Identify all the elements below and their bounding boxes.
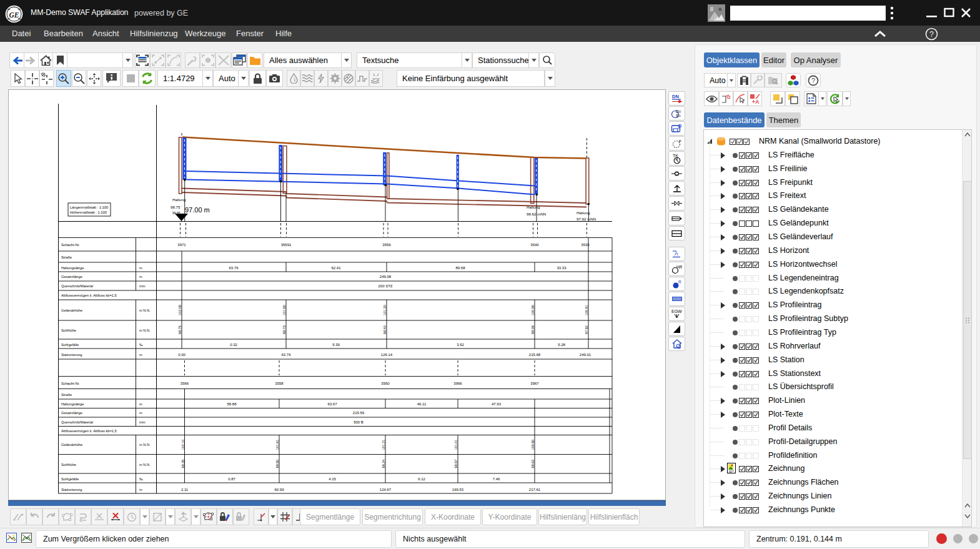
svg-text:63.76: 63.76 — [281, 353, 291, 357]
svg-text:mm: mm — [139, 420, 146, 424]
svg-text:46.11: 46.11 — [417, 402, 427, 406]
svg-text:500 B: 500 B — [354, 420, 364, 424]
svg-text:62.41: 62.41 — [331, 266, 341, 270]
svg-text:Sohlhöhe: Sohlhöhe — [61, 463, 76, 467]
svg-text:3966: 3966 — [453, 382, 462, 385]
svg-text:DN: DN — [672, 94, 679, 99]
svg-text:217.61: 217.61 — [529, 488, 541, 492]
svg-text:101.21: 101.21 — [382, 440, 385, 450]
svg-text:Stationierung: Stationierung — [61, 488, 82, 492]
svg-text:5.28: 5.28 — [558, 343, 565, 347]
svg-text:Längenmaßstab : 1:100: Längenmaßstab : 1:100 — [70, 205, 108, 209]
svg-text:101.61: 101.61 — [275, 440, 279, 450]
svg-text:m: m — [139, 353, 142, 357]
svg-text:Schacht-Nr.: Schacht-Nr. — [61, 382, 80, 385]
svg-text:7.46: 7.46 — [493, 477, 500, 481]
svg-text:97.92 mNN: 97.92 mNN — [577, 217, 596, 221]
svg-text:3559: 3559 — [382, 243, 391, 247]
svg-text:Höhenmaßstab : 1:100: Höhenmaßstab : 1:100 — [70, 210, 107, 214]
svg-text:3566: 3566 — [181, 382, 189, 385]
svg-text:Sohlhöhe: Sohlhöhe — [61, 329, 76, 332]
svg-text:m: m — [139, 402, 142, 406]
svg-text:3.52: 3.52 — [457, 343, 464, 347]
svg-text:101.20: 101.20 — [383, 305, 387, 315]
svg-text:3558: 3558 — [275, 382, 284, 385]
svg-text:0.32: 0.32 — [230, 343, 237, 347]
svg-text:98.09: 98.09 — [531, 325, 535, 334]
svg-text:Geländehöhe: Geländehöhe — [61, 443, 82, 447]
svg-text:GE: GE — [9, 11, 19, 19]
svg-text:98.62 mNN: 98.62 mNN — [527, 212, 546, 216]
svg-text:47.93: 47.93 — [492, 402, 502, 406]
svg-text:Gesamtlänge: Gesamtlänge — [61, 411, 82, 415]
svg-text:Haltungslänge: Haltungslänge — [61, 402, 84, 406]
svg-text:63.67: 63.67 — [327, 402, 337, 406]
svg-text:35591: 35591 — [281, 243, 292, 247]
svg-text:101.60: 101.60 — [282, 305, 286, 315]
svg-text:99.24: 99.24 — [382, 460, 385, 468]
svg-text:100.90: 100.90 — [531, 440, 535, 450]
svg-text:97.00 m: 97.00 m — [185, 206, 210, 214]
svg-text:z: z — [185, 512, 187, 516]
svg-text:3967: 3967 — [530, 382, 539, 385]
svg-text:3971: 3971 — [177, 243, 186, 247]
svg-text:215.59: 215.59 — [353, 411, 365, 415]
svg-text:Stationierung: Stationierung — [61, 353, 82, 357]
svg-text:98.75 ˈ: 98.75 ˈ — [171, 205, 182, 209]
svg-text:99.50: 99.50 — [275, 460, 279, 468]
svg-text:m N.N.: m N.N. — [139, 309, 151, 312]
svg-text:63.76: 63.76 — [229, 266, 239, 270]
svg-text:Haltungslänge: Haltungslänge — [61, 266, 84, 270]
svg-text:101.01: 101.01 — [454, 440, 458, 450]
svg-text:Sohlgefälle: Sohlgefälle — [61, 477, 79, 481]
svg-text:102.10: 102.10 — [181, 440, 185, 450]
svg-text:S=: S= — [676, 114, 681, 118]
svg-text:98.62: 98.62 — [531, 460, 535, 468]
svg-text:99.35: 99.35 — [181, 460, 185, 468]
svg-text:249.01: 249.01 — [580, 353, 591, 357]
svg-text:Geländehöhe: Geländehöhe — [61, 309, 82, 312]
svg-text:89.58: 89.58 — [455, 266, 465, 270]
svg-text:33.33: 33.33 — [557, 266, 567, 270]
svg-text:Straße: Straße — [61, 393, 72, 397]
svg-text:8: 8 — [710, 6, 713, 12]
svg-text:4.15: 4.15 — [329, 477, 336, 481]
svg-text:m: m — [139, 411, 142, 415]
svg-text:?: ? — [929, 30, 934, 39]
svg-text:98.75: 98.75 — [178, 325, 182, 334]
svg-text:Haltung: Haltung — [172, 197, 186, 202]
svg-text:F: F — [679, 139, 681, 144]
svg-text:2.11: 2.11 — [181, 488, 189, 492]
svg-text:100.81: 100.81 — [585, 305, 588, 315]
svg-text:60.99: 60.99 — [274, 488, 284, 492]
svg-text:Gesamtlänge: Gesamtlänge — [61, 275, 82, 279]
svg-text:EGW: EGW — [671, 309, 682, 314]
svg-text:0.87: 0.87 — [228, 477, 235, 481]
svg-text:m N.N.: m N.N. — [139, 329, 151, 332]
svg-text:Schacht-Nr.: Schacht-Nr. — [61, 243, 80, 247]
svg-text:200 STZ: 200 STZ — [378, 284, 392, 288]
svg-text:?: ? — [811, 77, 815, 84]
svg-text:100.90: 100.90 — [531, 305, 535, 315]
svg-text:Sohlgefälle: Sohlgefälle — [61, 343, 79, 347]
svg-text:m N.N.: m N.N. — [139, 443, 151, 447]
svg-text:m: m — [139, 266, 142, 270]
svg-text:Straße: Straße — [61, 255, 72, 259]
svg-text:215.68: 215.68 — [529, 353, 541, 357]
svg-text:Querschnitt/Material: Querschnitt/Material — [61, 284, 93, 288]
svg-text:0.00: 0.00 — [178, 353, 186, 357]
svg-text:Haltung: Haltung — [527, 205, 540, 209]
svg-text:Abflussvermögen it. Abfluss kb: Abflussvermögen it. Abfluss kb=1,5 — [61, 294, 117, 297]
svg-text:R: R — [678, 280, 681, 284]
svg-text:98.40: 98.40 — [383, 325, 387, 334]
svg-text:3539: 3539 — [581, 243, 590, 247]
svg-text:98.73: 98.73 — [282, 325, 286, 334]
svg-text:m: m — [139, 275, 142, 279]
svg-text:124.67: 124.67 — [380, 488, 392, 492]
svg-text:169.53: 169.53 — [452, 488, 464, 492]
svg-text:m N.N.: m N.N. — [139, 463, 151, 467]
svg-text:5.39: 5.39 — [332, 343, 340, 347]
svg-text:Querschnitt/Material: Querschnitt/Material — [61, 420, 93, 424]
svg-text:3560: 3560 — [381, 382, 390, 385]
svg-text:Abflussvermögen it. Abfluss kb: Abflussvermögen it. Abfluss kb=1,5 — [61, 429, 117, 433]
